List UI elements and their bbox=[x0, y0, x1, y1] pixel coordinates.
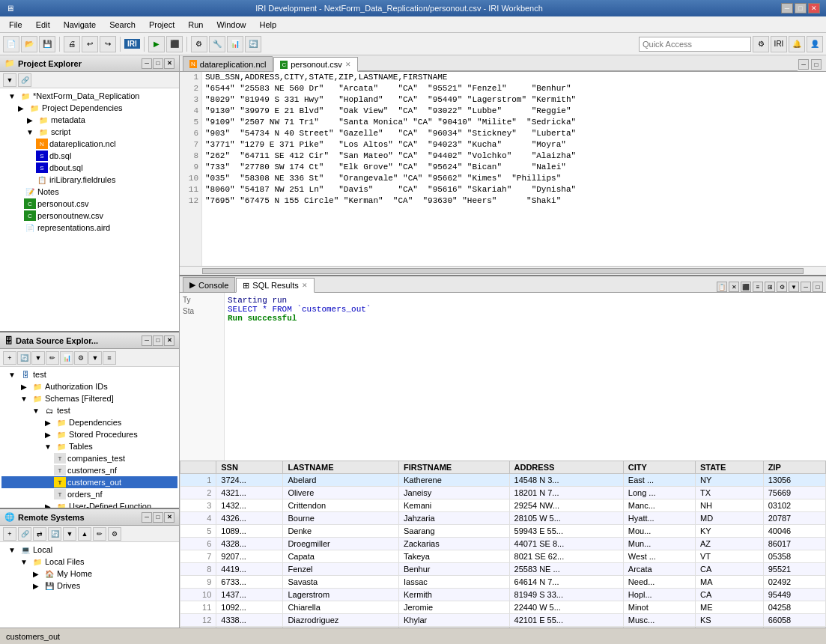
rs-minimize-btn[interactable]: ─ bbox=[142, 512, 152, 523]
console-copy-btn[interactable]: 📋 bbox=[717, 282, 727, 292]
console-extra-btn[interactable]: ▼ bbox=[789, 282, 799, 292]
tree-fieldrules[interactable]: 📋 iriLibrary.fieldrules bbox=[1, 174, 177, 186]
editor-content[interactable]: 123456789101112 SUB_SSN,ADDRESS,CITY,STA… bbox=[180, 72, 826, 266]
quick-access-input[interactable] bbox=[639, 37, 751, 52]
tree-script[interactable]: ▼ 📁 script bbox=[1, 126, 177, 138]
rs-btn-6[interactable]: ▲ bbox=[78, 527, 91, 541]
rs-btn-2[interactable]: 🔗 bbox=[18, 527, 31, 541]
rs-local[interactable]: ▼ 💻 Local bbox=[1, 544, 177, 556]
editor-minimize-btn[interactable]: ─ bbox=[798, 59, 809, 70]
ds-schema-test[interactable]: ▼ 🗂 test bbox=[1, 404, 177, 416]
editor-hscroll[interactable] bbox=[180, 266, 826, 275]
ds-edit-btn[interactable]: ✏ bbox=[46, 351, 59, 365]
menu-navigate[interactable]: Navigate bbox=[58, 19, 102, 31]
tb-extra-2[interactable]: 🔧 bbox=[209, 36, 225, 52]
editor-maximize-btn[interactable]: □ bbox=[811, 59, 822, 70]
csv-tab-close[interactable]: ✕ bbox=[345, 61, 351, 68]
ds-close-btn[interactable]: ✕ bbox=[164, 335, 174, 346]
ds-new-conn-btn[interactable]: + bbox=[3, 351, 16, 365]
pe-collapse-btn[interactable]: ▼ bbox=[3, 73, 16, 87]
tab-sql-results[interactable]: ⊞ SQL Results ✕ bbox=[236, 278, 314, 293]
tree-dbout-sql[interactable]: S dbout.sql bbox=[1, 162, 177, 174]
rs-local-files[interactable]: ▼ 📁 Local Files bbox=[1, 556, 177, 568]
pe-minimize-btn[interactable]: ─ bbox=[142, 58, 152, 69]
tab-datareplication-ncl[interactable]: N datareplication.ncl bbox=[183, 56, 273, 71]
tree-representations[interactable]: 📄 representations.aird bbox=[1, 222, 177, 234]
rs-drives[interactable]: ▶ 💾 Drives bbox=[1, 580, 177, 592]
undo-button[interactable]: ↩ bbox=[82, 36, 98, 52]
ds-extra-btn[interactable]: ≡ bbox=[103, 351, 116, 365]
console-view1-btn[interactable]: ≡ bbox=[753, 282, 763, 292]
new-button[interactable]: 📄 bbox=[3, 36, 19, 52]
pe-link-btn[interactable]: 🔗 bbox=[18, 73, 31, 87]
ds-tree-test-db[interactable]: ▼ 🗄 test bbox=[1, 368, 177, 380]
rs-maximize-btn[interactable]: □ bbox=[153, 512, 163, 523]
ds-chart-btn[interactable]: 📊 bbox=[60, 351, 73, 365]
rs-btn-8[interactable]: ⚙ bbox=[108, 527, 121, 541]
ds-customers-nf[interactable]: T customers_nf bbox=[1, 464, 177, 476]
menu-help[interactable]: Help bbox=[254, 19, 283, 31]
tab-console[interactable]: ▶ Console bbox=[183, 277, 235, 292]
ds-customers-out[interactable]: T customers_out bbox=[1, 476, 177, 488]
rs-my-home[interactable]: ▶ 🏠 My Home bbox=[1, 568, 177, 580]
tree-project-root[interactable]: ▼ 📁 *NextForm_Data_Replication bbox=[1, 90, 177, 102]
tb-extra-3[interactable]: 📊 bbox=[227, 36, 243, 52]
open-button[interactable]: 📂 bbox=[21, 36, 37, 52]
ds-dependencies[interactable]: ▶ 📁 Dependencies bbox=[1, 416, 177, 428]
ds-settings-btn[interactable]: ⚙ bbox=[74, 351, 88, 365]
print-button[interactable]: 🖨 bbox=[64, 36, 80, 52]
ds-schemas-filtered[interactable]: ▼ 📁 Schemas [Filtered] bbox=[1, 392, 177, 404]
console-view2-btn[interactable]: ⊞ bbox=[765, 282, 775, 292]
rs-btn-7[interactable]: ✏ bbox=[93, 527, 106, 541]
maximize-button[interactable]: □ bbox=[795, 3, 807, 13]
rs-btn-4[interactable]: 🔄 bbox=[48, 527, 61, 541]
menu-run[interactable]: Run bbox=[182, 19, 209, 31]
console-stop-btn[interactable]: ⬛ bbox=[741, 282, 751, 292]
stop-button[interactable]: ⬛ bbox=[166, 36, 183, 52]
quick-access-bell[interactable]: 🔔 bbox=[789, 36, 805, 52]
menu-edit[interactable]: Edit bbox=[30, 19, 56, 31]
tree-personoutnew-csv[interactable]: C personoutnew.csv bbox=[1, 210, 177, 222]
pe-close-btn[interactable]: ✕ bbox=[164, 58, 174, 69]
console-clear-btn[interactable]: ✕ bbox=[729, 282, 739, 292]
tab-personout-csv[interactable]: C personout.csv ✕ bbox=[273, 57, 357, 72]
tb-extra-4[interactable]: 🔄 bbox=[245, 36, 261, 52]
menu-file[interactable]: File bbox=[3, 19, 28, 31]
console-settings-btn[interactable]: ⚙ bbox=[777, 282, 787, 292]
quick-access-settings[interactable]: ⚙ bbox=[753, 36, 769, 52]
console-maximize-btn[interactable]: □ bbox=[813, 282, 823, 292]
tb-extra-1[interactable]: ⚙ bbox=[191, 36, 207, 52]
quick-access-person[interactable]: 👤 bbox=[807, 36, 823, 52]
minimize-button[interactable]: ─ bbox=[781, 3, 793, 13]
rs-btn-3[interactable]: ⇄ bbox=[33, 527, 46, 541]
ds-stored-procedures[interactable]: ▶ 📁 Stored Procedures bbox=[1, 428, 177, 440]
rs-close-btn[interactable]: ✕ bbox=[164, 512, 174, 523]
tree-notes[interactable]: 📝 Notes bbox=[1, 186, 177, 198]
ds-maximize-btn[interactable]: □ bbox=[153, 335, 163, 346]
ds-orders-nf[interactable]: T orders_nf bbox=[1, 488, 177, 500]
ds-collapse-btn[interactable]: ▼ bbox=[88, 351, 102, 365]
menu-project[interactable]: Project bbox=[143, 19, 180, 31]
ds-minimize-btn[interactable]: ─ bbox=[142, 335, 152, 346]
quick-access-extra[interactable]: IRI bbox=[771, 36, 787, 52]
tree-project-deps[interactable]: ▶ 📁 Project Dependencies bbox=[1, 102, 177, 114]
redo-button[interactable]: ↪ bbox=[100, 36, 116, 52]
tree-datareplication-ncl[interactable]: N datareplication.ncl bbox=[1, 138, 177, 150]
run-button[interactable]: ▶ bbox=[148, 36, 165, 52]
ds-udf[interactable]: ▶ 📁 User-Defined Function... bbox=[1, 500, 177, 508]
tree-metadata[interactable]: ▶ 📁 metadata bbox=[1, 114, 177, 126]
ds-auth-ids[interactable]: ▶ 📁 Authorization IDs bbox=[1, 380, 177, 392]
tree-personout-csv[interactable]: C personout.csv bbox=[1, 198, 177, 210]
ds-companies-test[interactable]: T companies_test bbox=[1, 452, 177, 464]
ds-tables[interactable]: ▼ 📁 Tables bbox=[1, 440, 177, 452]
ds-refresh-btn[interactable]: 🔄 bbox=[17, 351, 31, 365]
rs-btn-5[interactable]: ▼ bbox=[63, 527, 76, 541]
rs-btn-1[interactable]: + bbox=[3, 527, 16, 541]
save-button[interactable]: 💾 bbox=[39, 36, 55, 52]
sql-results-tab-close[interactable]: ✕ bbox=[302, 282, 308, 289]
ds-filter-btn[interactable]: ▼ bbox=[31, 351, 45, 365]
close-button[interactable]: ✕ bbox=[808, 3, 820, 13]
tree-db-sql[interactable]: S db.sql bbox=[1, 150, 177, 162]
pe-maximize-btn[interactable]: □ bbox=[153, 58, 163, 69]
console-minimize-btn[interactable]: ─ bbox=[801, 282, 811, 292]
